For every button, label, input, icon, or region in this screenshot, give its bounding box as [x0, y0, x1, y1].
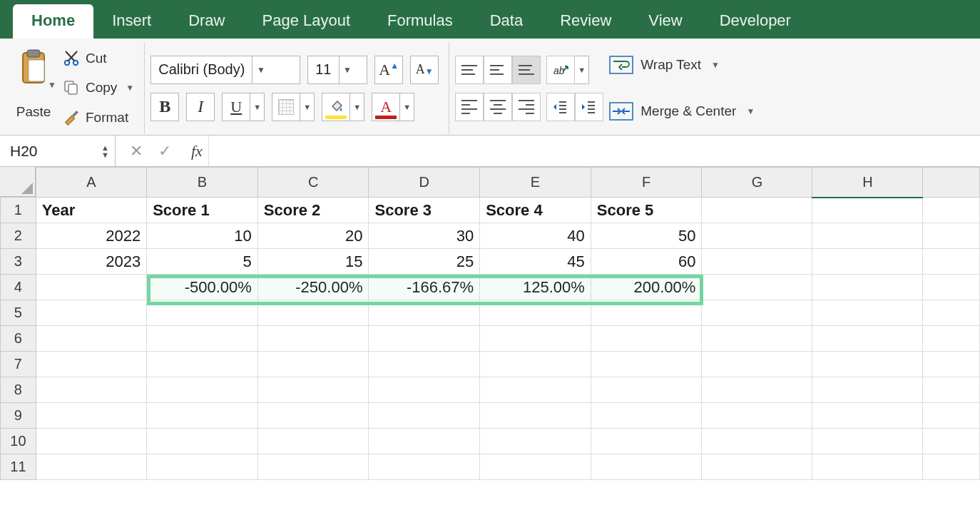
cell-D10[interactable]	[369, 429, 480, 454]
tab-developer[interactable]: Developer	[701, 4, 810, 39]
row-header-5[interactable]: 5	[1, 300, 36, 326]
font-color-button[interactable]: A	[372, 93, 400, 121]
format-painter-button[interactable]: Format	[63, 109, 134, 126]
tab-data[interactable]: Data	[471, 4, 541, 39]
row-header-2[interactable]: 2	[1, 223, 36, 249]
cell-C4[interactable]: -250.00%	[257, 275, 369, 300]
cell-D4[interactable]: -166.67%	[369, 275, 480, 300]
col-header-D[interactable]: D	[369, 168, 480, 198]
align-right-button[interactable]	[512, 93, 541, 121]
align-bottom-button[interactable]	[512, 56, 541, 84]
formula-input[interactable]	[208, 136, 980, 166]
cell-D6[interactable]	[369, 326, 480, 352]
row-header-11[interactable]: 11	[1, 454, 36, 480]
tab-draw[interactable]: Draw	[170, 4, 243, 39]
tab-page-layout[interactable]: Page Layout	[244, 4, 369, 39]
cell-C11[interactable]	[257, 454, 369, 480]
cell-D8[interactable]	[369, 377, 480, 403]
cell-G2[interactable]	[702, 223, 812, 249]
cell-F6[interactable]	[591, 326, 702, 352]
cell-H3[interactable]	[812, 249, 923, 275]
cell-B2[interactable]: 10	[147, 223, 258, 249]
cell-I5[interactable]	[923, 300, 980, 326]
row-header-4[interactable]: 4	[1, 275, 36, 300]
fill-color-button[interactable]	[322, 93, 350, 121]
cell-H8[interactable]	[812, 377, 923, 403]
decrease-indent-button[interactable]	[546, 93, 575, 121]
cell-E7[interactable]	[480, 352, 591, 377]
cell-A9[interactable]	[36, 403, 146, 429]
row-header-6[interactable]: 6	[1, 326, 36, 352]
cell-F1[interactable]: Score 5	[591, 198, 702, 223]
row-header-9[interactable]: 9	[1, 403, 36, 429]
cell-G6[interactable]	[702, 326, 812, 352]
cell-C6[interactable]	[257, 326, 369, 352]
borders-button[interactable]	[272, 93, 300, 121]
fx-icon[interactable]: fx	[185, 136, 208, 166]
cell-F8[interactable]	[591, 377, 702, 403]
row-header-7[interactable]: 7	[1, 352, 36, 377]
cell-C2[interactable]: 20	[257, 223, 369, 249]
cell-H9[interactable]	[812, 403, 923, 429]
col-header-A[interactable]: A	[36, 168, 146, 198]
cell-B7[interactable]	[147, 352, 258, 377]
cell-F4[interactable]: 200.00%	[591, 275, 702, 300]
cell-D11[interactable]	[369, 454, 480, 480]
merge-center-dropdown-icon[interactable]: ▼	[746, 106, 755, 116]
italic-button[interactable]: I	[186, 93, 215, 121]
decrease-font-button[interactable]: A▼	[410, 56, 439, 84]
cell-B11[interactable]	[147, 454, 258, 480]
cell-F5[interactable]	[591, 300, 702, 326]
cell-G8[interactable]	[702, 377, 812, 403]
cell-G4[interactable]	[702, 275, 812, 300]
row-header-3[interactable]: 3	[1, 249, 36, 275]
col-header-F[interactable]: F	[591, 168, 702, 198]
cell-I11[interactable]	[923, 454, 980, 480]
cell-F11[interactable]	[591, 454, 702, 480]
cell-B5[interactable]	[147, 300, 258, 326]
wrap-text-button[interactable]: Wrap Text ▼	[609, 56, 755, 74]
cell-A1[interactable]: Year	[36, 198, 146, 223]
cell-F2[interactable]: 50	[591, 223, 702, 249]
cell-E2[interactable]: 40	[480, 223, 591, 249]
cell-F10[interactable]	[591, 429, 702, 454]
cell-C8[interactable]	[257, 377, 369, 403]
cell-B6[interactable]	[147, 326, 258, 352]
cell-E4[interactable]: 125.00%	[480, 275, 591, 300]
cell-A3[interactable]: 2023	[36, 249, 146, 275]
cell-G10[interactable]	[702, 429, 812, 454]
cell-E5[interactable]	[480, 300, 591, 326]
enter-formula-button[interactable]: ✓	[153, 139, 177, 163]
cell-F3[interactable]: 60	[591, 249, 702, 275]
select-all-triangle[interactable]	[0, 167, 36, 197]
cell-H2[interactable]	[812, 223, 923, 249]
cell-E9[interactable]	[480, 403, 591, 429]
cell-E8[interactable]	[480, 377, 591, 403]
cell-F7[interactable]	[591, 352, 702, 377]
tab-home[interactable]: Home	[13, 4, 93, 39]
cell-I1[interactable]	[923, 198, 980, 223]
cell-A6[interactable]	[36, 326, 146, 352]
align-middle-button[interactable]	[484, 56, 512, 84]
cell-A5[interactable]	[36, 300, 146, 326]
row-header-1[interactable]: 1	[1, 198, 36, 223]
cell-A2[interactable]: 2022	[36, 223, 146, 249]
cell-D9[interactable]	[369, 403, 480, 429]
cell-I9[interactable]	[923, 403, 980, 429]
orientation-button[interactable]: ab	[546, 56, 575, 84]
tab-insert[interactable]: Insert	[93, 4, 170, 39]
row-header-10[interactable]: 10	[1, 429, 36, 454]
col-header-C[interactable]: C	[257, 168, 369, 198]
cell-D3[interactable]: 25	[369, 249, 480, 275]
cell-F9[interactable]	[591, 403, 702, 429]
copy-button[interactable]: Copy ▼	[63, 79, 134, 96]
cell-D2[interactable]: 30	[369, 223, 480, 249]
cell-D5[interactable]	[369, 300, 480, 326]
cell-E6[interactable]	[480, 326, 591, 352]
name-box[interactable]: H20 ▲▼	[0, 136, 116, 166]
fill-color-dropdown-icon[interactable]: ▼	[350, 93, 364, 121]
tab-view[interactable]: View	[630, 4, 700, 39]
cell-I3[interactable]	[923, 249, 980, 275]
col-header-B[interactable]: B	[147, 168, 258, 198]
cell-I10[interactable]	[923, 429, 980, 454]
